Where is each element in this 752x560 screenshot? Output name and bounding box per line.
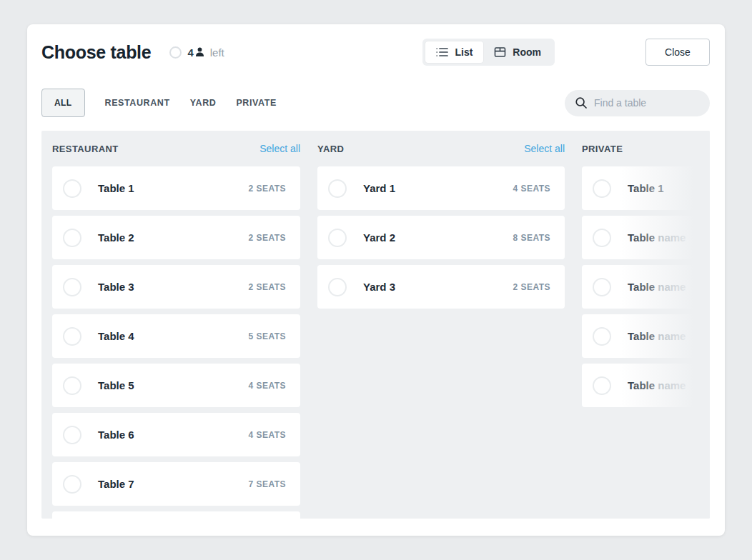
search-input[interactable] [594,97,703,109]
dialog-header: Choose table 4 left [27,24,725,66]
table-radio[interactable] [593,229,611,247]
choose-table-dialog: Choose table 4 left [27,24,725,536]
table-search [565,90,710,116]
view-toggle-room-label: Room [513,46,541,58]
table-row[interactable]: Table 64 SEATS [52,413,300,456]
list-icon [436,46,448,58]
table-seats: 4 SEATS [248,381,286,391]
table-radio[interactable] [593,376,611,395]
table-row[interactable]: Table 45 SEATS [52,314,300,358]
section-column-private: PRIVATETable 1Table nameTable nameTable … [582,131,710,519]
search-icon [575,96,588,109]
table-row[interactable]: Yard 28 SEATS [317,216,565,259]
table-row-partial[interactable] [52,511,300,519]
person-icon [195,47,204,57]
capacity-circle-icon [169,46,182,59]
table-name: Table 2 [98,231,134,244]
table-radio[interactable] [63,278,81,296]
select-all-link[interactable]: Select all [524,143,565,154]
table-name: Table name [628,330,686,342]
section-title: YARD [317,144,344,154]
table-row[interactable]: Table name [582,216,710,259]
table-name-muted: name [655,281,686,293]
table-name: Yard 3 [363,281,395,293]
view-toggle-list[interactable]: List [425,41,483,63]
table-name: Table name [628,231,686,244]
tables-panel: RESTAURANTSelect allTable 12 SEATSTable … [41,131,710,519]
table-row[interactable]: Table 1 [582,166,710,210]
table-name: Table name [628,281,686,293]
table-name: Table name [628,379,686,391]
seats-left-count: 4 [187,46,193,59]
table-row[interactable]: Table name [582,265,710,309]
table-seats: 4 SEATS [513,184,550,194]
table-name-muted: name [655,330,686,342]
table-radio[interactable] [328,179,347,198]
table-name-muted: name [655,379,686,391]
table-radio[interactable] [63,376,81,395]
table-seats: 2 SEATS [248,282,286,292]
table-name: Table 5 [98,379,134,391]
section-title: RESTAURANT [52,144,119,154]
table-radio[interactable] [63,475,81,494]
table-radio[interactable] [63,327,81,346]
table-radio[interactable] [593,179,611,198]
table-row[interactable]: Table name [582,364,710,407]
table-row[interactable]: Table 32 SEATS [52,265,300,309]
table-radio[interactable] [63,426,81,444]
close-button[interactable]: Close [645,39,710,66]
table-seats: 8 SEATS [513,233,550,243]
table-row[interactable]: Table name [582,314,710,358]
table-seats: 4 SEATS [248,430,286,440]
filter-bar: ALL RESTAURANT YARD PRIVATE [27,89,725,117]
table-radio[interactable] [593,327,611,346]
table-row[interactable]: Table 54 SEATS [52,364,300,407]
room-icon [494,46,506,58]
table-name: Table 6 [98,429,134,441]
table-radio[interactable] [328,229,347,247]
section-column-yard: YARDSelect allYard 14 SEATSYard 28 SEATS… [317,131,565,519]
table-name: Yard 2 [363,231,395,244]
table-seats: 2 SEATS [248,184,286,194]
tab-yard[interactable]: YARD [190,98,217,108]
table-radio[interactable] [328,278,347,296]
tab-private[interactable]: PRIVATE [236,98,277,108]
table-row[interactable]: Yard 32 SEATS [317,265,565,309]
table-name: Table 7 [98,478,134,490]
table-columns: RESTAURANTSelect allTable 12 SEATSTable … [41,131,710,519]
table-name: Table 3 [98,281,134,293]
section-header: YARDSelect all [317,131,565,166]
table-name: Yard 1 [363,182,395,194]
table-seats: 2 SEATS [513,282,550,292]
table-name: Table 1 [98,182,134,194]
tab-all[interactable]: ALL [41,89,85,117]
seats-left-indicator: 4 left [169,46,224,59]
section-title: PRIVATE [582,144,623,154]
table-name: Table 4 [98,330,134,342]
table-name: Table 1 [628,182,664,194]
table-seats: 2 SEATS [248,233,286,243]
table-seats: 7 SEATS [248,479,286,489]
seats-left-label: left [210,46,224,59]
view-toggle-list-label: List [455,46,473,58]
section-header: PRIVATE [582,131,710,166]
table-row[interactable]: Table 77 SEATS [52,462,300,506]
view-toggle: List Room [422,39,555,66]
dialog-title: Choose table [41,42,151,63]
table-seats: 5 SEATS [248,331,286,341]
table-radio[interactable] [63,229,81,247]
view-toggle-room[interactable]: Room [483,41,552,63]
table-row[interactable]: Table 12 SEATS [52,166,300,210]
table-radio[interactable] [63,179,81,198]
table-name-muted: name [655,231,686,244]
tab-restaurant[interactable]: RESTAURANT [105,98,170,108]
page-background: Choose table 4 left [0,0,752,560]
table-radio[interactable] [593,278,611,296]
table-row[interactable]: Table 22 SEATS [52,216,300,259]
select-all-link[interactable]: Select all [259,143,300,154]
section-column-restaurant: RESTAURANTSelect allTable 12 SEATSTable … [52,131,300,519]
table-row[interactable]: Yard 14 SEATS [317,166,565,210]
section-header: RESTAURANTSelect all [52,131,300,166]
